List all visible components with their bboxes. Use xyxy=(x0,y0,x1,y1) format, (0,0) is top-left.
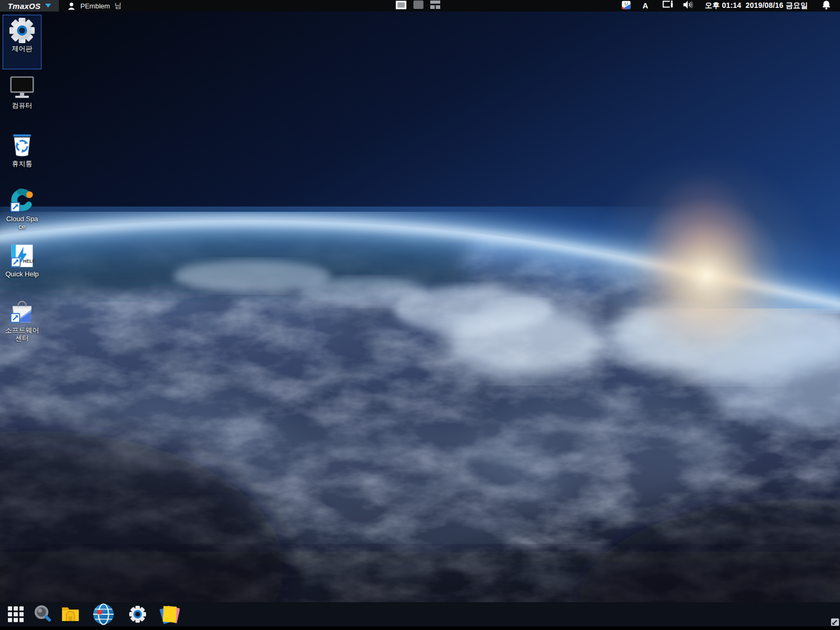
show-desktop-icon xyxy=(831,618,839,626)
desktop-icon-software-center[interactable]: 소프트웨어센터 xyxy=(3,296,42,343)
file-manager-button[interactable] xyxy=(61,605,80,624)
desktop-icon-control-panel[interactable]: 제어판 xyxy=(3,15,42,69)
trash-recycle-icon xyxy=(9,133,35,158)
notification-button[interactable] xyxy=(822,0,831,12)
window-control-buttons xyxy=(396,0,440,12)
user-name: PEmblem xyxy=(80,2,110,10)
volume-icon xyxy=(683,0,694,9)
input-method-indicator[interactable]: A xyxy=(642,0,648,12)
notification-bell-icon xyxy=(822,0,831,10)
desktop-icon-label: 제어판 xyxy=(12,45,33,53)
desktop-icon-quick-help[interactable]: HELP Quick Help xyxy=(3,240,42,278)
desktop-icon-label: 휴지통 xyxy=(12,160,33,168)
window-outline-icon xyxy=(396,1,407,9)
taskbar xyxy=(0,602,840,626)
status-tray: A 오후 01:14 2019/08/16 금요일 xyxy=(621,0,840,12)
top-menu-bar: TmaxOS PEmblem 님 xyxy=(0,0,840,12)
wallpaper-earth-from-space xyxy=(0,0,840,630)
shortcut-badge-icon xyxy=(12,258,20,267)
app-launcher-button[interactable] xyxy=(8,606,24,622)
desktop-icon-label: Quick Help xyxy=(5,270,39,278)
settings-gear-icon xyxy=(129,606,146,623)
desktop-icon-computer[interactable]: 컴퓨터 xyxy=(3,71,42,110)
show-desktop-button[interactable] xyxy=(831,618,839,626)
window-filled-icon xyxy=(413,1,423,9)
notes-button[interactable] xyxy=(160,604,180,624)
messenger-tray-button[interactable] xyxy=(621,1,631,12)
layout-tiles-button[interactable] xyxy=(430,1,440,11)
desktop-icon-label: Cloud Space xyxy=(6,215,38,231)
shortcut-badge-icon xyxy=(11,314,20,323)
user-menu[interactable]: PEmblem 님 xyxy=(67,1,121,11)
clock[interactable]: 오후 01:14 2019/08/16 금요일 xyxy=(705,1,808,11)
desktop-icon-label: 컴퓨터 xyxy=(12,101,33,109)
app-launcher-grid-icon xyxy=(8,606,24,622)
display-pen-icon xyxy=(662,0,675,9)
notes-memo-icon xyxy=(160,604,180,624)
web-browser-globe-icon xyxy=(92,603,115,625)
layout-tiles-icon xyxy=(430,1,440,9)
window-outline-button[interactable] xyxy=(396,1,407,12)
shortcut-badge-icon xyxy=(11,203,20,212)
tmaxos-logo-text: TmaxOS xyxy=(8,2,41,11)
computer-monitor-icon xyxy=(9,75,35,100)
window-filled-button[interactable] xyxy=(413,1,423,11)
volume-tray-button[interactable] xyxy=(683,0,694,12)
messenger-icon xyxy=(621,1,631,9)
search-magnifier-icon xyxy=(34,605,53,624)
settings-button[interactable] xyxy=(129,606,146,623)
cloud-space-icon xyxy=(9,188,35,213)
desktop-icon-cloud-space[interactable]: Cloud Space xyxy=(3,185,42,231)
desktop-icon-label: 소프트웨어센터 xyxy=(5,326,39,342)
tmaxos-menu-button[interactable]: TmaxOS xyxy=(0,0,59,12)
chevron-down-icon xyxy=(45,4,51,8)
search-button[interactable] xyxy=(34,605,53,624)
file-manager-folder-icon xyxy=(61,605,80,624)
user-honorific: 님 xyxy=(115,1,121,11)
quick-help-lightning-icon: HELP xyxy=(9,243,35,268)
control-panel-gear-icon xyxy=(9,18,35,43)
software-center-bag-icon xyxy=(9,299,35,325)
taskbar-bottom-strip xyxy=(0,626,840,630)
desktop-icon-trash[interactable]: 휴지통 xyxy=(3,130,42,168)
web-browser-button[interactable] xyxy=(92,603,115,625)
svg-text:HELP: HELP xyxy=(23,259,35,264)
user-icon xyxy=(67,2,76,10)
display-tray-button[interactable] xyxy=(662,0,675,12)
